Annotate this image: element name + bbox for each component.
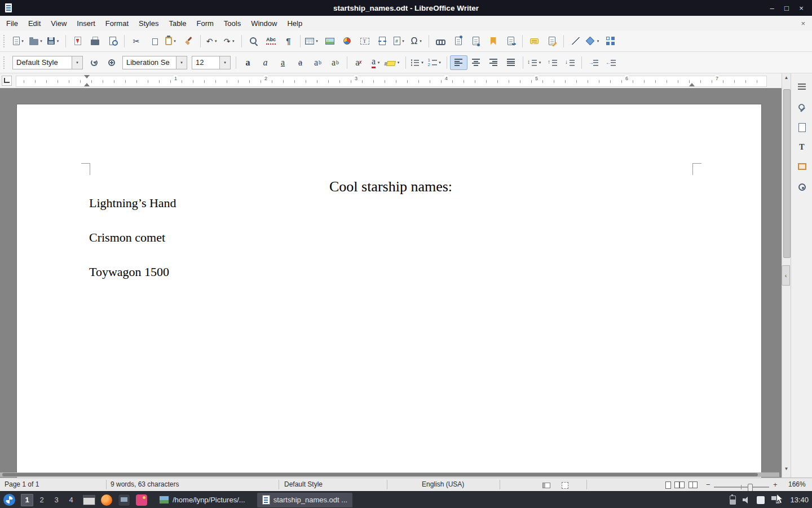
document-page[interactable]: Cool starship names: Lightning’s Hand Cr… <box>17 104 761 478</box>
toolbar-grip[interactable] <box>3 35 7 47</box>
undo-button[interactable]: ↶▾ <box>204 34 221 49</box>
tab-stop-selector[interactable] <box>2 76 12 86</box>
italic-button[interactable]: a <box>257 55 274 70</box>
right-indent-marker[interactable] <box>689 80 695 86</box>
line-spacing-button[interactable]: ↕▾ <box>526 55 544 70</box>
print-preview-button[interactable] <box>104 34 121 49</box>
sidebar-page-button[interactable] <box>791 119 812 136</box>
close-button[interactable]: × <box>794 0 809 16</box>
launcher-files-icon[interactable] <box>118 494 130 506</box>
workspace-1-button[interactable]: 1 <box>21 494 33 506</box>
new-style-button[interactable] <box>103 55 120 70</box>
left-indent-marker[interactable] <box>84 80 90 86</box>
insert-mode-indicator[interactable] <box>542 483 550 488</box>
sidebar-gallery-button[interactable] <box>791 158 812 175</box>
multi-page-view-button[interactable] <box>674 481 679 488</box>
bold-button[interactable]: a <box>239 55 257 70</box>
document-paragraph[interactable]: Lightning’s Hand <box>89 195 692 211</box>
text-language[interactable]: English (USA) <box>422 480 464 488</box>
launcher-terminal-icon[interactable] <box>83 495 95 505</box>
redo-button[interactable]: ↷▾ <box>221 34 239 49</box>
dropdown-arrow-icon[interactable]: ▾ <box>537 60 542 65</box>
clear-formatting-button[interactable]: a✗ <box>350 55 368 70</box>
launcher-firefox-icon[interactable] <box>101 494 112 506</box>
subscript-button[interactable]: ab <box>326 55 344 70</box>
insert-table-button[interactable]: ▾ <box>303 34 321 49</box>
ruler-strip[interactable] <box>16 76 767 87</box>
dropdown-arrow-icon[interactable]: ▾ <box>438 60 443 65</box>
close-document-icon[interactable]: × <box>801 16 805 30</box>
zoom-out-button[interactable]: − <box>706 480 710 489</box>
sidebar-navigator-button[interactable] <box>791 178 812 195</box>
menu-format[interactable]: Format <box>100 16 134 30</box>
insert-bookmark-button[interactable] <box>484 34 502 49</box>
align-left-button[interactable] <box>450 55 467 70</box>
document-paragraph[interactable]: Toywagon 1500 <box>89 264 692 280</box>
copy-button[interactable] <box>145 34 162 49</box>
font-size-combobox[interactable]: 12 ▾ <box>192 56 231 69</box>
horizontal-scrollbar-thumb[interactable] <box>2 473 758 476</box>
insert-textbox-button[interactable]: T <box>356 34 373 49</box>
decrease-paragraph-spacing-button[interactable]: ↓ <box>561 55 579 70</box>
sidebar-properties-button[interactable] <box>791 99 812 116</box>
font-size-value[interactable]: 12 <box>192 56 219 69</box>
dropdown-arrow-icon[interactable]: ▾ <box>376 60 381 65</box>
formatting-marks-button[interactable]: ¶ <box>280 34 297 49</box>
document-title[interactable]: Cool starship names: <box>89 178 692 195</box>
menu-insert[interactable]: Insert <box>72 16 100 30</box>
launcher-screenshot-icon[interactable] <box>136 494 147 506</box>
superscript-button[interactable]: ab <box>309 55 326 70</box>
dropdown-arrow-icon[interactable]: ▾ <box>213 39 218 43</box>
menu-help[interactable]: Help <box>282 16 307 30</box>
clone-formatting-button[interactable] <box>180 34 197 49</box>
taskbar-window-pictures[interactable]: /home/lynp/Pictures/... <box>154 493 250 507</box>
font-name-value[interactable]: Liberation Se <box>122 56 176 69</box>
insert-footnote-button[interactable] <box>449 34 467 49</box>
numbered-list-button[interactable]: 12▾ <box>426 55 444 70</box>
highlight-color-button[interactable]: ▾ <box>385 55 403 70</box>
dropdown-arrow-icon[interactable]: ▾ <box>396 60 401 65</box>
insert-chart-button[interactable] <box>338 34 356 49</box>
insert-line-button[interactable] <box>567 34 584 49</box>
find-replace-button[interactable] <box>245 34 262 49</box>
single-page-view-button[interactable] <box>665 481 671 489</box>
sidebar-settings-button[interactable] <box>791 78 812 95</box>
dropdown-arrow-icon[interactable]: ▾ <box>401 39 406 43</box>
dropdown-arrow-icon[interactable]: ▾ <box>20 39 25 43</box>
insert-special-character-button[interactable]: Ω▾ <box>408 34 426 49</box>
insert-hyperlink-button[interactable] <box>432 34 449 49</box>
restore-button[interactable]: □ <box>779 0 794 16</box>
sidebar-styles-button[interactable]: T <box>791 139 812 156</box>
dropdown-arrow-icon[interactable]: ▾ <box>72 56 83 69</box>
scroll-up-arrow[interactable]: ▲ <box>782 75 791 80</box>
applications-menu-icon[interactable] <box>3 494 15 506</box>
strikethrough-button[interactable]: a <box>292 55 309 70</box>
paragraph-style-value[interactable]: Default Style <box>12 56 72 69</box>
battery-icon[interactable] <box>730 496 736 505</box>
book-view-button[interactable] <box>689 481 698 488</box>
menu-tools[interactable]: Tools <box>219 16 246 30</box>
insert-endnote-button[interactable] <box>467 34 484 49</box>
font-color-button[interactable]: a▾ <box>368 55 385 70</box>
word-count[interactable]: 9 words, 63 characters <box>111 480 179 488</box>
align-center-button[interactable] <box>467 55 485 70</box>
export-pdf-button[interactable] <box>69 34 86 49</box>
paste-button[interactable]: ▾ <box>162 34 180 49</box>
menu-window[interactable]: Window <box>246 16 282 30</box>
dropdown-arrow-icon[interactable]: ▾ <box>173 39 178 43</box>
minimize-button[interactable]: – <box>765 0 779 16</box>
insert-page-break-button[interactable] <box>373 34 391 49</box>
workspace-4-button[interactable]: 4 <box>65 494 77 506</box>
paragraph-style-combobox[interactable]: Default Style ▾ <box>12 56 83 69</box>
increase-paragraph-spacing-button[interactable]: ↑ <box>544 55 561 70</box>
spelling-button[interactable]: Abc <box>262 34 280 49</box>
align-right-button[interactable] <box>485 55 502 70</box>
bullet-list-button[interactable]: ▾ <box>409 55 426 70</box>
dropdown-arrow-icon[interactable]: ▾ <box>595 39 601 43</box>
increase-indent-button[interactable]: → <box>585 55 602 70</box>
insert-image-button[interactable] <box>321 34 338 49</box>
save-button[interactable]: ▾ <box>45 34 63 49</box>
clipboard-tray-icon[interactable] <box>757 496 765 504</box>
update-style-button[interactable] <box>85 55 103 70</box>
menu-form[interactable]: Form <box>191 16 218 30</box>
